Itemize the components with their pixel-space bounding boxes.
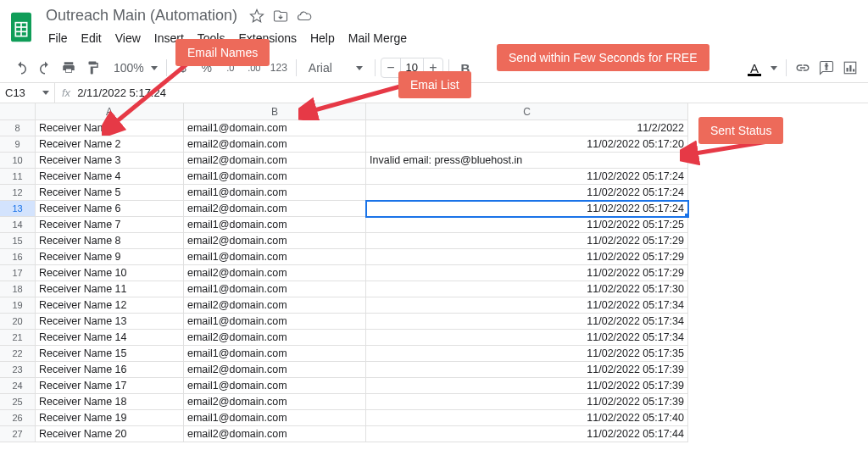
cell[interactable]: 11/02/2022 05:17:25: [366, 217, 688, 233]
cell[interactable]: Receiver Name 15: [36, 346, 184, 362]
cell[interactable]: email2@domain.com: [184, 136, 366, 153]
cell[interactable]: 11/02/2022 05:17:24: [366, 201, 688, 217]
format-123-button[interactable]: 123: [267, 62, 291, 74]
cell[interactable]: Receiver Name 17: [36, 378, 184, 394]
menu-edit[interactable]: Edit: [75, 28, 108, 48]
cell[interactable]: email2@domain.com: [184, 265, 366, 281]
cell[interactable]: email1@domain.com: [184, 410, 366, 426]
text-color-button[interactable]: A: [743, 57, 765, 79]
cell[interactable]: 11/02/2022 05:17:20: [366, 136, 688, 153]
cell[interactable]: email1@domain.com: [184, 378, 366, 394]
cell[interactable]: email1@domain.com: [184, 249, 366, 265]
row-header[interactable]: 11: [0, 169, 36, 185]
cell[interactable]: Invalid email: press@bluehost.in: [366, 153, 688, 169]
cell[interactable]: email2@domain.com: [184, 426, 366, 442]
cell[interactable]: 11/02/2022 05:17:40: [366, 410, 688, 426]
insert-comment-button[interactable]: [815, 57, 837, 79]
cell[interactable]: Receiver Name 3: [36, 153, 184, 169]
cell[interactable]: 11/02/2022 05:17:29: [366, 265, 688, 281]
cell[interactable]: email2@domain.com: [184, 153, 366, 169]
cell[interactable]: Receiver Name 10: [36, 265, 184, 281]
row-header[interactable]: 21: [0, 330, 36, 346]
cell[interactable]: 11/02/2022 05:17:39: [366, 362, 688, 378]
cell[interactable]: Receiver Name 11: [36, 281, 184, 297]
doc-title[interactable]: Outreach Main (Automation): [42, 5, 241, 26]
insert-link-button[interactable]: [792, 57, 814, 79]
star-icon[interactable]: [249, 8, 264, 24]
row-header[interactable]: 26: [0, 410, 36, 426]
col-header-C[interactable]: C: [366, 103, 688, 120]
move-folder-icon[interactable]: [273, 8, 288, 24]
row-header[interactable]: 25: [0, 394, 36, 410]
row-header[interactable]: 12: [0, 185, 36, 201]
cell[interactable]: Receiver Name 7: [36, 217, 184, 233]
row-header[interactable]: 24: [0, 378, 36, 394]
row-header[interactable]: 9: [0, 136, 36, 153]
cell[interactable]: email2@domain.com: [184, 330, 366, 346]
cell[interactable]: Receiver Name 5: [36, 185, 184, 201]
cell[interactable]: email1@domain.com: [184, 281, 366, 297]
cell[interactable]: Receiver Name 20: [36, 426, 184, 442]
cell[interactable]: email1@domain.com: [184, 346, 366, 362]
cell[interactable]: 11/02/2022 05:17:34: [366, 297, 688, 314]
cell[interactable]: Receiver Name 4: [36, 169, 184, 185]
cell[interactable]: email1@domain.com: [184, 120, 366, 136]
select-all-cell[interactable]: [0, 103, 36, 120]
cell[interactable]: Receiver Name 16: [36, 362, 184, 378]
row-header[interactable]: 10: [0, 153, 36, 169]
print-button[interactable]: [58, 57, 80, 79]
menu-help[interactable]: Help: [304, 28, 341, 48]
cell[interactable]: email1@domain.com: [184, 314, 366, 330]
cell[interactable]: 11/02/2022 05:17:30: [366, 281, 688, 297]
cell[interactable]: Receiver Name 12: [36, 297, 184, 314]
row-header[interactable]: 19: [0, 297, 36, 314]
cell[interactable]: 11/2/2022: [366, 120, 688, 136]
cell[interactable]: email1@domain.com: [184, 169, 366, 185]
menu-view[interactable]: View: [109, 28, 147, 48]
cell[interactable]: 11/02/2022 05:17:39: [366, 394, 688, 410]
cell[interactable]: Receiver Name 19: [36, 410, 184, 426]
row-header[interactable]: 23: [0, 362, 36, 378]
row-header[interactable]: 18: [0, 281, 36, 297]
menu-file[interactable]: File: [42, 28, 74, 48]
cell[interactable]: email1@domain.com: [184, 185, 366, 201]
sheets-logo[interactable]: [7, 9, 36, 45]
cell[interactable]: Receiver Name 2: [36, 136, 184, 153]
cell[interactable]: 11/02/2022 05:17:35: [366, 346, 688, 362]
cell[interactable]: 11/02/2022 05:17:34: [366, 330, 688, 346]
cell[interactable]: email2@domain.com: [184, 233, 366, 249]
paint-format-button[interactable]: [81, 57, 103, 79]
cell[interactable]: email2@domain.com: [184, 394, 366, 410]
cloud-status-icon[interactable]: [297, 8, 312, 24]
cell[interactable]: 11/02/2022 05:17:24: [366, 169, 688, 185]
cell[interactable]: email2@domain.com: [184, 362, 366, 378]
row-header[interactable]: 16: [0, 249, 36, 265]
cell[interactable]: 11/02/2022 05:17:34: [366, 314, 688, 330]
font-size-decrease[interactable]: −: [381, 60, 400, 75]
cell[interactable]: Receiver Name 8: [36, 233, 184, 249]
row-header[interactable]: 27: [0, 426, 36, 442]
cell[interactable]: 11/02/2022 05:17:39: [366, 378, 688, 394]
caret-down-icon[interactable]: [771, 66, 777, 70]
row-header[interactable]: 20: [0, 314, 36, 330]
cell[interactable]: email2@domain.com: [184, 297, 366, 314]
cell[interactable]: Receiver Name 9: [36, 249, 184, 265]
row-header[interactable]: 8: [0, 120, 36, 136]
redo-button[interactable]: [34, 57, 56, 79]
cell[interactable]: Receiver Name 13: [36, 314, 184, 330]
cell[interactable]: email2@domain.com: [184, 201, 366, 217]
insert-chart-button[interactable]: [839, 57, 861, 79]
cell[interactable]: Receiver Name 18: [36, 394, 184, 410]
cell[interactable]: Receiver Name 14: [36, 330, 184, 346]
undo-button[interactable]: [10, 57, 32, 79]
menu-mail-merge[interactable]: Mail Merge: [342, 28, 413, 48]
cell[interactable]: 11/02/2022 05:17:29: [366, 233, 688, 249]
cell[interactable]: 11/02/2022 05:17:29: [366, 249, 688, 265]
cell[interactable]: 11/02/2022 05:17:44: [366, 426, 688, 442]
row-header[interactable]: 14: [0, 217, 36, 233]
row-header[interactable]: 17: [0, 265, 36, 281]
row-header[interactable]: 15: [0, 233, 36, 249]
font-select[interactable]: Arial: [302, 61, 370, 75]
row-header[interactable]: 13: [0, 201, 36, 217]
name-box[interactable]: C13: [0, 86, 54, 99]
